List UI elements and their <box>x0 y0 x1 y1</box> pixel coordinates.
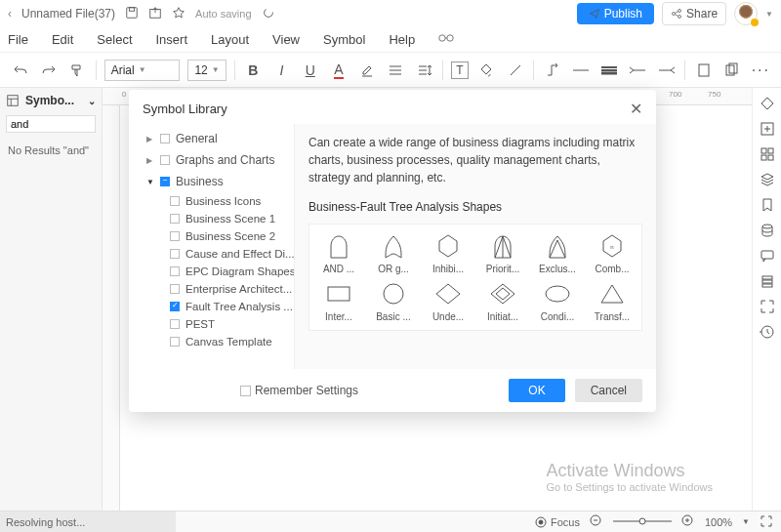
line-weight-icon[interactable] <box>599 60 620 81</box>
menu-file[interactable]: File <box>8 32 28 47</box>
glasses-icon[interactable] <box>438 32 454 47</box>
shape-initiating[interactable]: Initiat... <box>477 280 528 322</box>
line-style-icon[interactable] <box>570 60 591 81</box>
tree-sub-scene1[interactable]: Business Scene 1 <box>129 210 294 227</box>
history-icon[interactable] <box>760 324 775 340</box>
tree-cat-graphs[interactable]: ▶Graphs and Charts <box>129 149 294 171</box>
dialog-main: Can create a wide range of business diag… <box>295 124 656 369</box>
tree-sub-epc[interactable]: EPC Diagram Shapes <box>129 263 294 280</box>
tree-sub-fta[interactable]: Fault Tree Analysis ... <box>129 298 294 315</box>
left-panel-header[interactable]: Symbo... ⌄ <box>0 88 102 113</box>
share-label: Share <box>686 7 718 20</box>
comment-icon[interactable] <box>760 248 775 264</box>
font-select[interactable]: Arial▼ <box>104 60 181 81</box>
shape-priority[interactable]: Priorit... <box>477 232 528 274</box>
symbol-search <box>6 115 96 133</box>
menu-view[interactable]: View <box>272 32 300 47</box>
zoom-out-icon[interactable] <box>590 514 603 530</box>
left-panel-title: Symbo... <box>25 94 74 107</box>
focus-toggle[interactable]: Focus <box>535 516 580 528</box>
undo-icon[interactable] <box>10 60 30 81</box>
remember-settings-checkbox[interactable]: Remember Settings <box>240 384 358 397</box>
dropdown-caret-icon[interactable]: ▼ <box>765 10 773 19</box>
shape-transfer[interactable]: Transf... <box>587 280 637 322</box>
svg-point-4 <box>673 13 676 16</box>
zoom-slider[interactable] <box>613 516 672 528</box>
svg-point-3 <box>264 8 272 17</box>
menu-select[interactable]: Select <box>97 32 132 47</box>
expand-icon[interactable] <box>760 299 775 314</box>
tree-sub-scene2[interactable]: Business Scene 2 <box>129 227 294 245</box>
shape-inhibit[interactable]: Inhibi... <box>423 232 473 274</box>
shape-intermediate[interactable]: Inter... <box>313 280 364 322</box>
align-icon[interactable] <box>386 60 406 81</box>
redo-icon[interactable] <box>38 60 59 81</box>
fill-icon[interactable] <box>476 60 497 81</box>
connector-icon[interactable] <box>542 60 562 81</box>
tree-sub-cause[interactable]: Cause and Effect Di... <box>129 245 294 263</box>
menu-edit[interactable]: Edit <box>52 32 73 47</box>
shape-exclusive[interactable]: Exclus... <box>532 232 583 274</box>
menu-layout[interactable]: Layout <box>211 32 249 47</box>
star-icon[interactable] <box>172 6 185 22</box>
bookmark-icon[interactable] <box>760 197 775 213</box>
shape-undeveloped[interactable]: Unde... <box>423 280 473 322</box>
shape-conditioning[interactable]: Condi... <box>532 280 583 322</box>
grid-icon[interactable] <box>760 146 775 162</box>
svg-point-25 <box>539 520 543 524</box>
back-icon[interactable]: ‹ <box>8 7 12 20</box>
format-painter-icon[interactable] <box>66 60 87 81</box>
right-sidebar <box>752 88 781 511</box>
line-spacing-icon[interactable] <box>414 60 434 81</box>
bold-icon[interactable]: B <box>243 60 264 81</box>
database-icon[interactable] <box>760 223 775 238</box>
shape-combination[interactable]: nComb... <box>587 232 637 274</box>
font-color-icon[interactable]: A <box>328 60 349 81</box>
avatar[interactable] <box>734 2 758 25</box>
save-icon[interactable] <box>125 6 139 22</box>
highlight-icon[interactable] <box>357 60 378 81</box>
zoom-value: 100% <box>705 516 732 528</box>
export-icon[interactable] <box>148 6 162 22</box>
svg-point-32 <box>384 284 403 304</box>
svg-point-28 <box>639 518 645 524</box>
line-icon[interactable] <box>505 60 525 81</box>
shape-and-gate[interactable]: AND ... <box>313 232 364 274</box>
menu-help[interactable]: Help <box>389 32 415 47</box>
status-message: Resolving host... <box>0 512 176 532</box>
more-icon[interactable]: ··· <box>751 60 771 81</box>
stack-icon[interactable] <box>760 273 775 289</box>
italic-icon[interactable]: I <box>271 60 292 81</box>
font-size-select[interactable]: 12▼ <box>187 60 226 81</box>
dialog-title: Symbol Library <box>143 102 227 116</box>
menu-symbol[interactable]: Symbol <box>323 32 365 47</box>
layers-icon[interactable] <box>760 172 775 187</box>
chevron-down-icon[interactable]: ▼ <box>742 517 750 526</box>
menu-insert[interactable]: Insert <box>156 32 188 47</box>
category-tree: ▶General ▶Graphs and Charts ▼−Business B… <box>129 124 295 369</box>
arrow-start-icon[interactable] <box>628 60 648 81</box>
tree-sub-ea[interactable]: Enterprise Architect... <box>129 280 294 298</box>
close-icon[interactable]: ✕ <box>630 100 642 118</box>
tree-sub-canvas[interactable]: Canvas Template <box>129 333 294 350</box>
search-input[interactable] <box>6 115 96 133</box>
fullscreen-icon[interactable] <box>760 514 773 530</box>
pages-icon[interactable] <box>721 60 742 81</box>
page-icon[interactable] <box>693 60 714 81</box>
text-tool-icon[interactable]: T <box>451 61 468 79</box>
tree-cat-general[interactable]: ▶General <box>129 128 294 149</box>
diamond-icon[interactable] <box>760 96 775 111</box>
publish-button[interactable]: Publish <box>577 3 654 24</box>
plus-box-icon[interactable] <box>760 121 775 137</box>
tree-sub-pest[interactable]: PEST <box>129 315 294 333</box>
tree-sub-icons[interactable]: Business Icons <box>129 192 294 210</box>
share-button[interactable]: Share <box>662 2 726 25</box>
shape-or-gate[interactable]: OR g... <box>368 232 419 274</box>
arrow-end-icon[interactable] <box>656 60 677 81</box>
zoom-in-icon[interactable] <box>681 514 695 530</box>
underline-icon[interactable]: U <box>300 60 320 81</box>
cancel-button[interactable]: Cancel <box>575 379 642 402</box>
tree-cat-business[interactable]: ▼−Business <box>129 171 294 192</box>
ok-button[interactable]: OK <box>509 379 564 402</box>
shape-basic[interactable]: Basic ... <box>368 280 419 322</box>
